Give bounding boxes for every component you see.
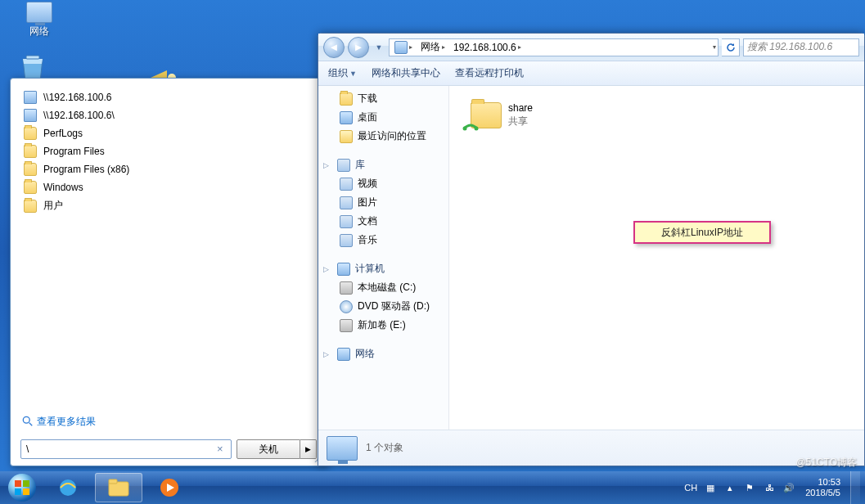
svg-line-3: [29, 423, 33, 426]
network-icon: [26, 2, 52, 23]
nav-drive-c[interactable]: 本地磁盘 (C:): [318, 278, 448, 297]
nav-computer[interactable]: ▷计算机: [318, 259, 448, 278]
start-result-item[interactable]: \\192.168.100.6: [17, 88, 320, 106]
drive-icon: [340, 319, 353, 332]
start-bottom-row: × 关机 ▶: [17, 434, 320, 459]
explorer-window: ◄ ► ▼ ▸ 网络▸ 192.168.100.6▸ ▾ 搜索 192.168.…: [318, 33, 865, 466]
nav-network[interactable]: ▷网络: [318, 344, 448, 363]
svg-rect-6: [15, 480, 21, 487]
pictures-icon: [340, 196, 353, 209]
videos-icon: [340, 178, 353, 191]
system-tray: CH ▦ ▴ ⚑ 🖧 🔊 10:53 2018/5/5: [684, 471, 862, 504]
address-bar[interactable]: ▸ 网络▸ 192.168.100.6▸ ▾: [389, 38, 719, 56]
start-results-list: \\192.168.100.6 \\192.168.100.6\ PerfLog…: [17, 88, 320, 408]
taskbar-clock[interactable]: 10:53 2018/5/5: [802, 477, 844, 498]
music-icon: [340, 234, 353, 247]
start-result-item[interactable]: \\192.168.100.6\: [17, 106, 320, 124]
shared-folder-icon: [462, 99, 502, 132]
svg-rect-0: [26, 56, 39, 59]
ime-indicator[interactable]: CH: [684, 483, 697, 493]
computer-icon: [24, 109, 37, 122]
dvd-icon: [340, 300, 353, 313]
windows-logo-icon: [14, 479, 30, 496]
network-icon: [337, 348, 350, 361]
desktop-network-label: 网络: [15, 25, 64, 38]
explorer-search-input[interactable]: 搜索 192.168.100.6: [743, 38, 859, 56]
nav-history-dropdown[interactable]: ▼: [372, 37, 385, 58]
nav-libraries[interactable]: ▷库: [318, 155, 448, 174]
nav-documents[interactable]: 文档: [318, 212, 448, 231]
taskbar: CH ▦ ▴ ⚑ 🖧 🔊 10:53 2018/5/5: [0, 471, 865, 504]
annotation-callout: 反斜杠LinuxIP地址: [633, 221, 771, 244]
share-name: share: [508, 102, 533, 115]
svg-point-5: [475, 127, 479, 131]
ime-options-icon[interactable]: ▦: [704, 481, 717, 494]
nav-music[interactable]: 音乐: [318, 231, 448, 250]
start-result-item[interactable]: PerfLogs: [17, 124, 320, 142]
svg-rect-8: [15, 488, 21, 495]
start-button[interactable]: [3, 473, 41, 502]
start-result-item[interactable]: Program Files (x86): [17, 160, 320, 178]
action-center-icon[interactable]: ⚑: [743, 481, 756, 494]
taskbar-media-player[interactable]: [146, 473, 193, 502]
show-desktop-button[interactable]: [850, 471, 860, 504]
explorer-content[interactable]: share 共享 反斜杠LinuxIP地址: [449, 86, 864, 430]
network-tray-icon[interactable]: 🖧: [763, 481, 776, 494]
start-result-item[interactable]: Windows: [17, 178, 320, 196]
svg-rect-12: [109, 479, 117, 484]
start-result-item[interactable]: Program Files: [17, 142, 320, 160]
clear-search-icon[interactable]: ×: [217, 443, 228, 455]
share-folder[interactable]: share 共享: [459, 96, 536, 135]
drive-icon: [340, 281, 353, 295]
share-subtitle: 共享: [508, 115, 533, 128]
nav-drive-e[interactable]: 新加卷 (E:): [318, 316, 448, 335]
svg-rect-9: [23, 488, 29, 495]
start-search-input[interactable]: [20, 439, 232, 459]
nav-back-button[interactable]: ◄: [323, 37, 345, 58]
chevron-right-icon: ▷: [323, 350, 332, 358]
explorer-statusbar: 1 个对象: [318, 430, 864, 466]
toolbar-sharing-center[interactable]: 网络和共享中心: [372, 66, 440, 80]
svg-point-4: [463, 127, 467, 131]
shutdown-button[interactable]: 关机: [237, 439, 300, 459]
refresh-button[interactable]: [722, 38, 740, 56]
taskbar-ie[interactable]: [44, 473, 92, 502]
computer-icon: [24, 91, 37, 104]
start-menu-popup: \\192.168.100.6 \\192.168.100.6\ PerfLog…: [10, 78, 327, 466]
folder-icon: [340, 92, 353, 106]
libraries-icon: [337, 159, 350, 172]
network-icon: [394, 41, 408, 54]
watermark-text: @51CTO博客: [795, 456, 857, 470]
toolbar-organize[interactable]: 组织▼: [328, 66, 357, 80]
folder-icon: [24, 181, 37, 194]
nav-forward-button[interactable]: ►: [348, 37, 369, 58]
see-more-results[interactable]: 查看更多结果: [17, 408, 320, 435]
nav-pictures[interactable]: 图片: [318, 193, 448, 212]
volume-icon[interactable]: 🔊: [782, 481, 795, 494]
folder-icon: [24, 145, 37, 158]
status-thumbnail-icon: [327, 436, 358, 461]
folder-icon: [24, 127, 37, 140]
nav-drive-d[interactable]: DVD 驱动器 (D:): [318, 297, 448, 316]
explorer-toolbar: 组织▼ 网络和共享中心 查看远程打印机: [318, 61, 864, 86]
recent-icon: [340, 130, 353, 143]
navigation-pane: 下载 桌面 最近访问的位置 ▷库 视频 图片 文档 音乐 ▷计算机 本地磁盘 (…: [318, 86, 449, 430]
nav-videos[interactable]: 视频: [318, 174, 448, 193]
documents-icon: [340, 215, 353, 228]
desktop-network-icon[interactable]: 网络: [15, 2, 64, 38]
nav-recent[interactable]: 最近访问的位置: [318, 127, 448, 146]
media-player-icon: [160, 478, 179, 497]
start-search-box: ×: [20, 439, 232, 459]
start-result-item[interactable]: 用户: [17, 196, 320, 215]
svg-rect-11: [109, 482, 128, 496]
search-icon: [22, 416, 34, 427]
nav-downloads[interactable]: 下载: [318, 89, 448, 108]
chevron-right-icon: ▷: [323, 265, 332, 273]
toolbar-remote-printers[interactable]: 查看远程打印机: [455, 66, 524, 80]
taskbar-explorer[interactable]: [95, 473, 142, 502]
address-dropdown-icon[interactable]: ▾: [713, 43, 716, 51]
nav-desktop[interactable]: 桌面: [318, 108, 448, 127]
explorer-titlebar: ◄ ► ▼ ▸ 网络▸ 192.168.100.6▸ ▾ 搜索 192.168.…: [318, 34, 864, 61]
folder-icon: [24, 163, 37, 176]
tray-expand-icon[interactable]: ▴: [723, 481, 737, 494]
